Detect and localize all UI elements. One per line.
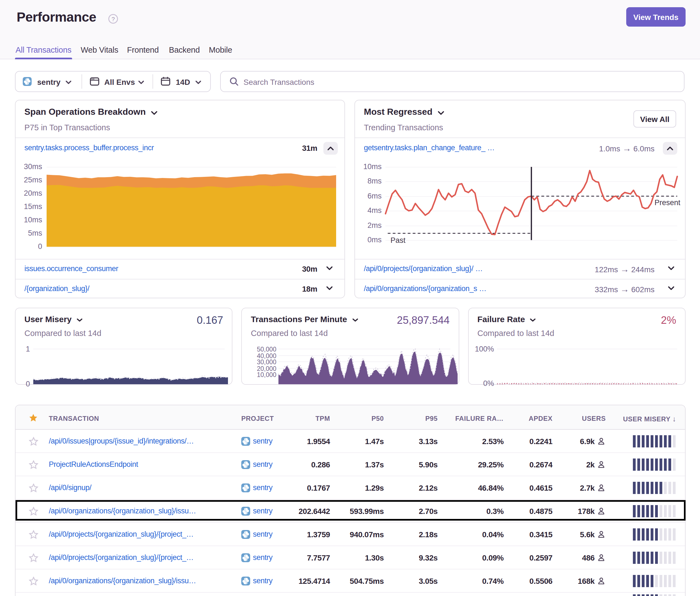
svg-text:?: ? — [111, 16, 115, 22]
